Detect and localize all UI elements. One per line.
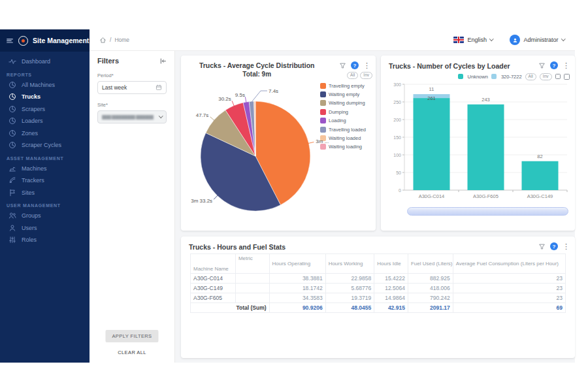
apply-filters-button[interactable]: APPLY FILTERS [105, 330, 158, 342]
signal-icon [8, 176, 17, 184]
table-card-title: Trucks - Hours and Fuel Stats [189, 243, 286, 251]
svg-text:82: 82 [537, 154, 542, 159]
svg-text:250: 250 [393, 100, 401, 105]
menu-icon[interactable] [6, 37, 14, 44]
table-header-row: Machine Name Metric Hours OperatingHours… [191, 254, 566, 274]
legend-button-inv[interactable]: Inv [360, 72, 372, 79]
svg-text:47.7s: 47.7s [196, 112, 209, 118]
language-label: English [467, 37, 487, 43]
sidebar-item-machines[interactable]: Machines [0, 163, 90, 175]
report-icon [8, 105, 17, 113]
collapse-panel-icon[interactable] [159, 57, 167, 65]
stats-table-card: Trucks - Hours and Fuel Stats ? ⋮ Machin… [181, 237, 575, 358]
machine-name-header: Machine Name [191, 254, 236, 274]
period-value: Last week [102, 84, 127, 91]
sidebar-item-zones[interactable]: Zones [0, 127, 90, 140]
svg-text:200: 200 [393, 118, 401, 122]
column-header-hours-operating: Hours Operating [269, 254, 325, 274]
legend-button-all[interactable]: All [347, 72, 358, 79]
app-window: Site Management DashboardREPORTSAll Mach… [0, 29, 575, 363]
svg-text:3m 33.2s: 3m 33.2s [191, 198, 212, 204]
help-icon[interactable]: ? [550, 61, 558, 69]
svg-text:30.2s: 30.2s [218, 96, 231, 102]
filter-icon[interactable] [339, 62, 346, 69]
more-menu-icon[interactable]: ⋮ [363, 62, 370, 69]
bar-chart-card: Trucks - Number of Cycles by Loader ? ⋮ … [381, 56, 575, 231]
svg-text:150: 150 [393, 135, 401, 140]
sidebar-item-trackers[interactable]: Trackers [0, 174, 90, 187]
sidebar-item-roles[interactable]: Roles [0, 234, 90, 246]
sidebar-item-loaders[interactable]: Loaders [0, 115, 90, 127]
period-label: Period* [97, 73, 167, 78]
svg-text:7.4s: 7.4s [269, 88, 278, 94]
sidebar-item-label: Dashboard [22, 58, 50, 65]
app-title: Site Management [33, 37, 89, 44]
language-selector[interactable]: English [453, 37, 493, 43]
period-input[interactable]: Last week [97, 81, 167, 94]
flag-icon [8, 189, 17, 197]
table-total-row: Total (Sum)90.920648.045542.9152091.1769 [191, 303, 566, 313]
sidebar-item-label: Roles [22, 237, 37, 243]
report-icon [8, 129, 17, 137]
column-header-average-fuel-consumption-liters-per-hour-: Average Fuel Consumption (Liters per Hou… [453, 254, 565, 274]
activity-icon [8, 57, 17, 65]
sidebar-item-label: Trucks [22, 93, 41, 100]
column-header-fuel-used-liters-: Fuel Used (Liters) [408, 254, 453, 274]
filter-icon[interactable] [538, 62, 546, 69]
svg-text:243: 243 [482, 97, 490, 103]
site-label: Site* [97, 102, 167, 108]
bar-card-title: Trucks - Number of Cycles by Loader [389, 62, 510, 70]
user-icon [8, 224, 17, 232]
sidebar-item-label: Scraper Cycles [22, 142, 61, 148]
sidebar-item-all-machines[interactable]: All Machines [0, 79, 90, 91]
filters-title: Filters [97, 57, 119, 65]
svg-text:100: 100 [393, 153, 401, 157]
sidebar-nav: DashboardREPORTSAll MachinesTrucksScrape… [0, 52, 90, 246]
site-value: ███ ████████ ██████ [102, 115, 154, 120]
svg-text:50: 50 [396, 171, 401, 175]
site-select[interactable]: ███ ████████ ██████ [97, 110, 167, 123]
more-menu-icon[interactable]: ⋮ [563, 62, 570, 69]
sidebar-item-dashboard[interactable]: Dashboard [0, 56, 90, 68]
groups-icon [8, 212, 17, 220]
sidebar-section-reports: REPORTS [0, 68, 90, 79]
user-label: Administrator [523, 37, 558, 43]
pie-chart[interactable]: 3m ...3m 33.2s47.7s30.2s9.5s7.4s [182, 78, 334, 227]
sidebar-item-label: All Machines [22, 82, 55, 88]
report-icon [8, 93, 17, 101]
filter-icon[interactable] [538, 243, 546, 250]
breadcrumb-home[interactable]: Home [114, 37, 129, 43]
topbar: / Home English Administrator [90, 29, 575, 51]
home-icon[interactable] [99, 37, 106, 44]
uk-flag-icon [453, 37, 464, 43]
svg-text:A30G-F605: A30G-F605 [473, 193, 498, 199]
svg-text:261: 261 [427, 95, 436, 101]
user-menu[interactable]: Administrator [510, 35, 564, 45]
report-icon [8, 81, 17, 89]
stats-table: Machine Name Metric Hours OperatingHours… [190, 253, 566, 313]
pie-card-title: Trucks - Average Cycle Distribution [181, 61, 333, 69]
help-icon[interactable]: ? [550, 242, 558, 250]
breadcrumb: / Home [99, 37, 129, 44]
table-row[interactable]: A30G-C01438.388122.985815.4222882.92523 [191, 274, 566, 284]
sidebar-item-trucks[interactable]: Trucks [0, 91, 90, 103]
table-row[interactable]: A30G-C14918.17425.6877612.5064418.00623 [191, 284, 566, 293]
sidebar-item-sites[interactable]: Sites [0, 187, 90, 199]
more-menu-icon[interactable]: ⋮ [563, 243, 570, 250]
pie-card-total: Total: 9m [181, 71, 333, 78]
chart-range-scrollbar[interactable] [407, 207, 568, 216]
svg-text:300: 300 [393, 82, 401, 87]
bar-chart[interactable]: 05010015020025030011261A30G-C014243A30G-… [384, 79, 572, 203]
sidebar-item-scraper-cycles[interactable]: Scraper Cycles [0, 139, 90, 152]
sidebar-item-label: Groups [22, 212, 41, 219]
sidebar-item-scrapers[interactable]: Scrapers [0, 103, 90, 116]
machine-icon [8, 165, 17, 172]
table-row[interactable]: A30G-F60534.358319.371914.9864790.24223 [191, 293, 566, 303]
help-icon[interactable]: ? [351, 61, 359, 69]
svg-text:3m ...: 3m ... [316, 139, 329, 144]
metric-header: Metric [235, 254, 269, 274]
sidebar-item-label: Zones [22, 130, 38, 137]
clear-all-button[interactable]: CLEAR ALL [118, 350, 146, 355]
sidebar-item-users[interactable]: Users [0, 222, 90, 235]
sidebar-item-groups[interactable]: Groups [0, 210, 90, 222]
